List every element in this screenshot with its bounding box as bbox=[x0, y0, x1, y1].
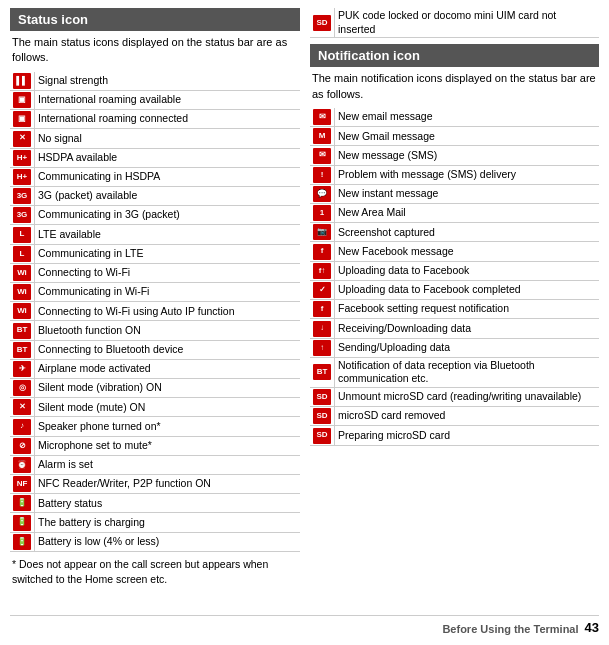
notification-label: microSD card removed bbox=[335, 407, 600, 426]
status-row: ✕ No signal bbox=[10, 129, 300, 148]
status-icon: ▣ bbox=[13, 92, 31, 108]
status-label: Silent mode (vibration) ON bbox=[35, 379, 301, 398]
page-footer: Before Using the Terminal 43 bbox=[10, 615, 599, 635]
status-label: NFC Reader/Writer, P2P function ON bbox=[35, 475, 301, 494]
status-icon-cell: ◎ bbox=[10, 379, 35, 398]
notification-label: New Facebook message bbox=[335, 242, 600, 261]
notification-label: Uploading data to Facebook bbox=[335, 261, 600, 280]
status-row: 3G Communicating in 3G (packet) bbox=[10, 206, 300, 225]
notification-icon: f bbox=[313, 301, 331, 317]
notification-icon-cell: ✓ bbox=[310, 280, 335, 299]
notification-section-header: Notification icon bbox=[310, 44, 599, 67]
notification-row: M New Gmail message bbox=[310, 127, 599, 146]
notification-icon-cell: SD bbox=[310, 426, 335, 445]
status-icon: 3G bbox=[13, 188, 31, 204]
status-label: International roaming connected bbox=[35, 110, 301, 129]
notification-row: ✉ New email message bbox=[310, 108, 599, 127]
status-icon: ▣ bbox=[13, 111, 31, 127]
notification-column: SD PUK code locked or docomo mini UIM ca… bbox=[310, 8, 599, 605]
status-icon: BT bbox=[13, 342, 31, 358]
status-icon-cell: Wi bbox=[10, 283, 35, 302]
status-label: Connecting to Wi-Fi bbox=[35, 263, 301, 282]
status-icon-cell: BT bbox=[10, 340, 35, 359]
status-row: Wi Connecting to Wi-Fi bbox=[10, 263, 300, 282]
status-icon-cell: 3G bbox=[10, 187, 35, 206]
status-icon: ♪ bbox=[13, 419, 31, 435]
status-icon: Wi bbox=[13, 303, 31, 319]
notification-icon: SD bbox=[313, 389, 331, 405]
status-icon-cell: L bbox=[10, 225, 35, 244]
status-row: 🔋 Battery status bbox=[10, 494, 300, 513]
status-label: Speaker phone turned on* bbox=[35, 417, 301, 436]
status-icon: ✕ bbox=[13, 131, 31, 147]
status-row: ⏰ Alarm is set bbox=[10, 455, 300, 474]
status-label: Signal strength bbox=[35, 72, 301, 91]
status-icon-cell: H+ bbox=[10, 148, 35, 167]
notification-icon: ✉ bbox=[313, 109, 331, 125]
status-row: ♪ Speaker phone turned on* bbox=[10, 417, 300, 436]
status-row: L Communicating in LTE bbox=[10, 244, 300, 263]
notification-icon-cell: ↑ bbox=[310, 338, 335, 357]
notification-label: New Gmail message bbox=[335, 127, 600, 146]
status-icon: ⊘ bbox=[13, 438, 31, 454]
notification-row: 1 New Area Mail bbox=[310, 204, 599, 223]
status-icon: ✈ bbox=[13, 361, 31, 377]
notification-icon-cell: 1 bbox=[310, 204, 335, 223]
notification-icon-cell: ! bbox=[310, 165, 335, 184]
status-icon: L bbox=[13, 246, 31, 262]
status-icon-cell: ▌▌ bbox=[10, 72, 35, 91]
notification-label: Screenshot captured bbox=[335, 223, 600, 242]
status-row: NF NFC Reader/Writer, P2P function ON bbox=[10, 475, 300, 494]
status-icon-cell: 🔋 bbox=[10, 494, 35, 513]
status-icon: ◎ bbox=[13, 380, 31, 396]
notification-icon-cell: f↑ bbox=[310, 261, 335, 280]
status-icon-cell: ✕ bbox=[10, 129, 35, 148]
status-label: Communicating in 3G (packet) bbox=[35, 206, 301, 225]
status-row: Wi Connecting to Wi-Fi using Auto IP fun… bbox=[10, 302, 300, 321]
notification-row: SD microSD card removed bbox=[310, 407, 599, 426]
notification-icon-cell: 📷 bbox=[310, 223, 335, 242]
notification-icon: SD bbox=[313, 428, 331, 444]
status-label: The battery is charging bbox=[35, 513, 301, 532]
status-label: Alarm is set bbox=[35, 455, 301, 474]
status-label: LTE available bbox=[35, 225, 301, 244]
status-row: ⊘ Microphone set to mute* bbox=[10, 436, 300, 455]
notification-row: ! Problem with message (SMS) delivery bbox=[310, 165, 599, 184]
notification-row: SD Preparing microSD card bbox=[310, 426, 599, 445]
notification-label: New message (SMS) bbox=[335, 146, 600, 165]
status-icon: Wi bbox=[13, 265, 31, 281]
notification-label: New instant message bbox=[335, 184, 600, 203]
notification-icon: 📷 bbox=[313, 224, 331, 240]
status-label: No signal bbox=[35, 129, 301, 148]
notification-icon-cell: f bbox=[310, 242, 335, 261]
notification-icon: M bbox=[313, 128, 331, 144]
status-label: International roaming available bbox=[35, 90, 301, 109]
notification-label: New email message bbox=[335, 108, 600, 127]
notification-icon-table: ✉ New email message M New Gmail message … bbox=[310, 108, 599, 446]
status-label: Airplane mode activated bbox=[35, 359, 301, 378]
status-icon-cell: Wi bbox=[10, 263, 35, 282]
notification-icon: ✓ bbox=[313, 282, 331, 298]
notification-icon-cell: f bbox=[310, 300, 335, 319]
notification-row: BT Notification of data reception via Bl… bbox=[310, 357, 599, 387]
status-row: 🔋 The battery is charging bbox=[10, 513, 300, 532]
status-label: HSDPA available bbox=[35, 148, 301, 167]
puk-icon: SD bbox=[313, 15, 331, 31]
status-row: ▣ International roaming available bbox=[10, 90, 300, 109]
notification-section-desc: The main notification icons displayed on… bbox=[310, 71, 599, 102]
footer-label: Before Using the Terminal bbox=[442, 623, 578, 635]
status-section-header: Status icon bbox=[10, 8, 300, 31]
status-icon-cell: ⏰ bbox=[10, 455, 35, 474]
status-label: Silent mode (mute) ON bbox=[35, 398, 301, 417]
status-icon-cell: ▣ bbox=[10, 110, 35, 129]
status-icon-cell: ▣ bbox=[10, 90, 35, 109]
notification-icon-cell: ✉ bbox=[310, 146, 335, 165]
notification-row: SD Unmount microSD card (reading/writing… bbox=[310, 387, 599, 406]
notification-icon-cell: 💬 bbox=[310, 184, 335, 203]
puk-label: PUK code locked or docomo mini UIM card … bbox=[335, 8, 600, 38]
status-label: Communicating in Wi-Fi bbox=[35, 283, 301, 302]
notification-icon: ↓ bbox=[313, 321, 331, 337]
notification-icon: ✉ bbox=[313, 148, 331, 164]
notification-icon-cell: ↓ bbox=[310, 319, 335, 338]
notification-row: f↑ Uploading data to Facebook bbox=[310, 261, 599, 280]
